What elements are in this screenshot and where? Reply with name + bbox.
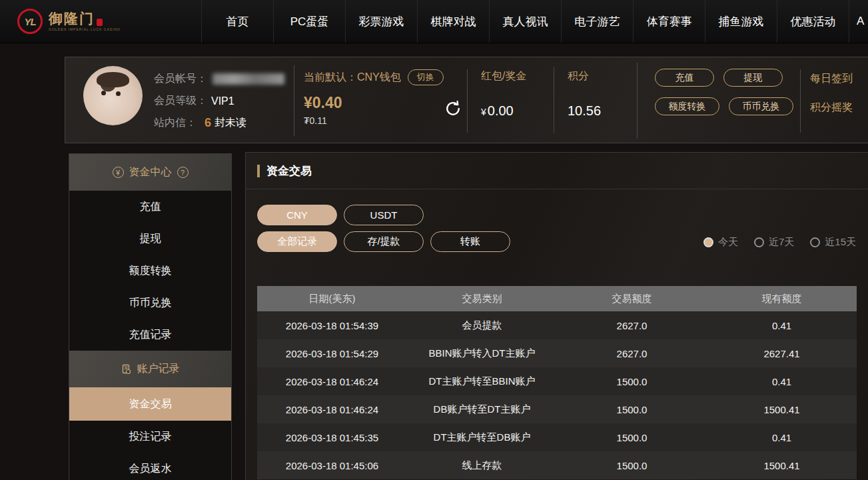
sidebar-item-quota-transfer[interactable]: 额度转换 — [69, 255, 231, 287]
sidebar-item-member-rebate[interactable]: 会员返水 — [69, 453, 231, 480]
cell-amount: 1500.0 — [557, 423, 707, 451]
sidebar-section-funds-center[interactable]: ¥ 资金中心 ? — [69, 154, 231, 191]
wallet-switch-button[interactable]: 切换 — [408, 69, 444, 85]
tab-usdt[interactable]: USDT — [344, 205, 424, 225]
cell-type: 会员提款 — [407, 311, 557, 339]
cell-amount: 1500.0 — [557, 395, 707, 423]
bonus-section: 红包/奖金 ¥0.00 — [481, 69, 526, 119]
account-value-blurred — [213, 73, 284, 85]
cell-balance: 0.41 — [707, 423, 857, 451]
avatar — [83, 66, 143, 125]
tab-deposit-withdraw[interactable]: 存/提款 — [344, 231, 424, 252]
sidebar-section-title: 账户记录 — [137, 362, 180, 376]
nav-menu: 首页 PC蛋蛋 彩票游戏 棋牌对战 真人视讯 电子游艺 体育赛事 捕鱼游戏 优惠… — [201, 0, 868, 43]
cell-amount: 1500.0 — [557, 451, 707, 479]
tab-transfer[interactable]: 转账 — [430, 231, 510, 252]
radio-today[interactable]: 今天 — [703, 236, 738, 249]
cell-type: BBIN账户转入DT主账户 — [407, 339, 557, 367]
sidebar-section-account-records[interactable]: 账户记录 — [69, 351, 231, 387]
cell-type: DT主账户转至BBIN账户 — [407, 367, 557, 395]
radio-15days-label: 近15天 — [825, 236, 856, 249]
points-section: 积分 10.56 — [568, 69, 601, 119]
table-row: 2026-03-18 01:54:39 会员提款 2627.0 0.41 — [257, 311, 857, 339]
table-header-row: 日期(美东) 交易类别 交易额度 现有额度 — [257, 286, 857, 311]
cell-date: 2026-03-18 01:45:06 — [257, 451, 407, 479]
daily-signin-link[interactable]: 每日签到 — [810, 72, 853, 86]
sidebar-item-withdraw[interactable]: 提现 — [69, 223, 231, 255]
col-amount: 交易额度 — [557, 286, 707, 311]
currency-tabs: CNY USDT — [257, 205, 424, 225]
panel-divider — [554, 67, 554, 133]
transactions-table: 日期(美东) 交易类别 交易额度 现有额度 2026-03-18 01:54:3… — [257, 286, 857, 479]
radio-7days-dot[interactable] — [754, 237, 764, 247]
level-value: VIP1 — [211, 95, 234, 107]
table-row: 2026-03-18 01:45:06 线上存款 1500.0 1500.41 — [257, 451, 857, 479]
nav-item-promotions[interactable]: 优惠活动 — [777, 0, 849, 43]
wallet-cny-amount: ¥0.40 — [304, 94, 444, 112]
cell-type: DT主账户转至DB账户 — [407, 423, 557, 451]
deposit-button[interactable]: 充值 — [655, 69, 714, 87]
page-title-bar: 资金交易 — [246, 153, 868, 189]
help-icon[interactable]: ? — [177, 167, 189, 178]
sidebar-item-betting-records[interactable]: 投注记录 — [69, 421, 231, 453]
cell-amount: 2627.0 — [557, 311, 707, 339]
cell-amount: 1500.0 — [557, 367, 707, 395]
sidebar-item-coin-exchange[interactable]: 币币兑换 — [69, 287, 231, 319]
nav-item-board-games[interactable]: 棋牌对战 — [417, 0, 489, 43]
bonus-value: 0.00 — [488, 103, 514, 118]
nav-item-egames[interactable]: 电子游艺 — [561, 0, 633, 43]
sidebar-item-deposit[interactable]: 充值 — [69, 191, 231, 223]
nav-item-pc-egg[interactable]: PC蛋蛋 — [273, 0, 345, 43]
brand-name: 御隆门 — [49, 11, 95, 26]
bonus-currency: ¥ — [481, 107, 486, 117]
cell-balance: 0.41 — [707, 311, 857, 339]
radio-last-15-days[interactable]: 近15天 — [810, 236, 856, 249]
col-type: 交易类别 — [407, 286, 557, 311]
nav-item-live-video[interactable]: 真人视讯 — [489, 0, 561, 43]
table-row: 2026-03-18 01:45:35 DT主账户转至DB账户 1500.0 0… — [257, 423, 857, 451]
nav-item-app[interactable]: A — [849, 0, 868, 43]
cell-amount: 2627.0 — [557, 339, 707, 367]
brand-logo[interactable]: YL 御隆门 GOLDEN IMPERIAL LUCK CASINO — [0, 0, 201, 43]
coin-exchange-button[interactable]: 币币兑换 — [729, 97, 793, 115]
refresh-icon[interactable] — [444, 99, 462, 121]
withdraw-button[interactable]: 提现 — [723, 69, 783, 87]
user-panel: 会员帐号： 会员等级： VIP1 站内信： 6 封未读 当前默认：CNY钱包 切… — [65, 57, 868, 143]
inbox-suffix: 封未读 — [215, 116, 246, 130]
tab-all-records[interactable]: 全部记录 — [257, 231, 337, 252]
quota-transfer-button[interactable]: 额度转换 — [655, 97, 719, 115]
panel-divider — [294, 65, 294, 136]
wallet-section: 当前默认：CNY钱包 切换 ¥0.40 ₮0.11 — [304, 69, 444, 126]
col-date: 日期(美东) — [257, 286, 407, 311]
radio-today-dot[interactable] — [703, 237, 713, 247]
tab-cny[interactable]: CNY — [257, 205, 337, 225]
panel-divider — [637, 63, 638, 139]
brand-monogram-icon: YL — [17, 9, 43, 34]
cell-date: 2026-03-18 01:45:35 — [257, 423, 407, 451]
inbox-label: 站内信： — [154, 116, 197, 130]
ledger-icon — [121, 364, 132, 375]
nav-item-sports[interactable]: 体育赛事 — [633, 0, 705, 43]
page-title: 资金交易 — [266, 163, 312, 179]
points-lottery-link[interactable]: 积分摇奖 — [810, 101, 853, 115]
inbox-unread-count[interactable]: 6 — [205, 116, 211, 130]
level-label: 会员等级： — [154, 94, 207, 108]
nav-item-fishing[interactable]: 捕鱼游戏 — [705, 0, 777, 43]
points-value: 10.56 — [568, 103, 601, 119]
radio-15days-dot[interactable] — [810, 237, 820, 247]
date-range-options: 今天 近7天 近15天 — [703, 236, 856, 249]
cell-date: 2026-03-18 01:54:29 — [257, 339, 407, 367]
nav-item-home[interactable]: 首页 — [201, 0, 273, 43]
radio-last-7-days[interactable]: 近7天 — [754, 236, 794, 249]
brand-seal-icon — [97, 19, 103, 26]
table-row: 2026-03-18 01:46:24 DT主账户转至BBIN账户 1500.0… — [257, 367, 857, 395]
nav-item-lottery[interactable]: 彩票游戏 — [345, 0, 417, 43]
sidebar: ¥ 资金中心 ? 充值 提现 额度转换 币币兑换 充值记录 账户记录 资金交易 … — [69, 153, 232, 480]
sidebar-item-funds-transactions[interactable]: 资金交易 — [69, 387, 231, 421]
panel-divider — [800, 69, 801, 133]
sidebar-item-deposit-records[interactable]: 充值记录 — [69, 319, 231, 351]
cell-balance: 2627.41 — [707, 339, 857, 367]
wallet-default-label: 当前默认：CNY钱包 — [304, 71, 401, 85]
panel-divider — [467, 69, 468, 133]
cell-type: DB账户转至DT主账户 — [407, 395, 557, 423]
